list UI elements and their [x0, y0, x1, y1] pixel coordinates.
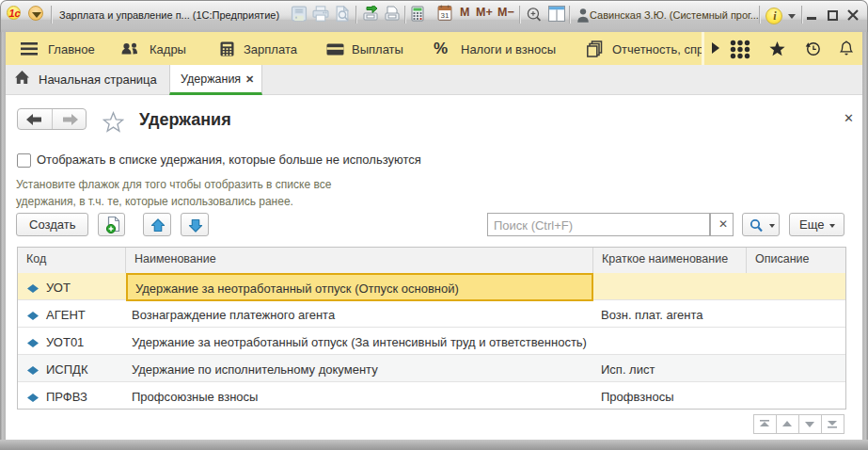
svg-text:31: 31	[441, 11, 450, 20]
